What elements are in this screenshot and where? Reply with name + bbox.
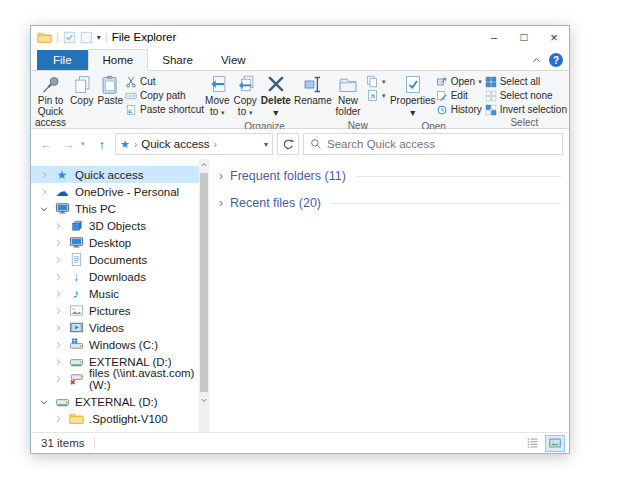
sidebar-item-3d-objects[interactable]: 3D Objects [31, 217, 199, 234]
sidebar-item-windows-c[interactable]: Windows (C:) [31, 336, 199, 353]
chevron-right-icon[interactable] [39, 170, 49, 180]
sidebar-item-documents[interactable]: Documents [31, 251, 199, 268]
minimize-button[interactable]: – [479, 26, 509, 48]
ribbon-group-open: Properties ▾ Open ▾ Edit Histo [388, 71, 480, 128]
chevron-right-icon[interactable] [53, 323, 63, 333]
caret-down-icon: ▾ [382, 92, 386, 100]
sidebar-item-network-drive-w[interactable]: files (\\int.avast.com) (W:) [31, 370, 199, 387]
copy-path-button[interactable]: Copy path [125, 89, 204, 102]
file-explorer-icon [37, 30, 52, 45]
breadcrumb-chevron-icon[interactable]: › [134, 139, 137, 150]
chevron-right-icon[interactable] [53, 357, 63, 367]
chevron-right-icon[interactable] [53, 374, 63, 384]
items-count: 31 items [41, 437, 84, 449]
status-separator [94, 437, 95, 449]
paste-icon [99, 74, 121, 95]
rename-button[interactable]: Rename [293, 73, 333, 108]
chevron-right-icon[interactable] [53, 306, 63, 316]
sidebar-item-videos[interactable]: Videos [31, 319, 199, 336]
navigation-pane: ★ Quick access ☁ OneDrive - Personal Thi… [31, 159, 209, 432]
address-bar[interactable]: ★ › Quick access › ▾ [115, 133, 273, 155]
move-to-button[interactable]: Move to ▾ [203, 73, 231, 119]
pin-to-quick-access-button[interactable]: Pin to Quick access [33, 73, 68, 129]
search-box[interactable] [303, 133, 563, 155]
sidebar-item-this-pc[interactable]: This PC [31, 200, 199, 217]
chevron-right-icon[interactable]: › [219, 169, 223, 183]
help-icon[interactable]: ? [549, 53, 563, 67]
scroll-up-icon[interactable] [199, 159, 209, 171]
easy-access-button[interactable]: ▾ [366, 89, 386, 102]
chevron-right-icon[interactable] [53, 340, 63, 350]
properties-qat-icon[interactable] [63, 31, 76, 44]
history-button[interactable]: History [436, 103, 482, 116]
recent-locations-caret-icon[interactable]: ▾ [81, 140, 89, 148]
scroll-down-icon[interactable] [199, 394, 209, 406]
select-none-button[interactable]: Select none [485, 89, 567, 102]
select-all-icon [485, 76, 497, 88]
breadcrumb-chevron-icon[interactable]: › [214, 139, 217, 150]
customize-qat-caret-icon[interactable]: ▾ [97, 33, 101, 42]
copy-button[interactable]: Copy [68, 73, 95, 108]
tab-share[interactable]: Share [148, 50, 207, 70]
external-drive-icon [55, 394, 70, 409]
refresh-button[interactable] [277, 133, 299, 155]
sidebar-item-external-d-root[interactable]: EXTERNAL (D:) [31, 393, 199, 410]
window-controls: – □ × [479, 26, 569, 48]
chevron-right-icon[interactable] [53, 414, 63, 424]
maximize-button[interactable]: □ [509, 26, 539, 48]
chevron-down-icon[interactable] [39, 397, 49, 407]
open-button[interactable]: Open ▾ [436, 75, 482, 88]
scrollbar-thumb[interactable] [200, 173, 208, 392]
chevron-right-icon[interactable] [39, 187, 49, 197]
up-button[interactable]: ↑ [93, 137, 111, 152]
paste-button[interactable]: Paste [95, 73, 125, 108]
sidebar-item-pictures[interactable]: Pictures [31, 302, 199, 319]
copy-to-button[interactable]: Copy to ▾ [232, 73, 259, 119]
sidebar-item-spotlight-folder[interactable]: .Spotlight-V100 [31, 410, 199, 427]
paste-shortcut-button[interactable]: Paste shortcut [125, 103, 204, 116]
recent-files-group-header[interactable]: › Recent files (20) [219, 196, 561, 210]
chevron-right-icon[interactable] [53, 272, 63, 282]
select-all-button[interactable]: Select all [485, 75, 567, 88]
sidebar-item-onedrive[interactable]: ☁ OneDrive - Personal [31, 183, 199, 200]
sidebar-item-music[interactable]: ♪ Music [31, 285, 199, 302]
tab-file[interactable]: File [37, 50, 88, 70]
new-folder-qat-icon[interactable] [80, 31, 93, 44]
delete-icon [265, 74, 287, 95]
invert-selection-button[interactable]: Invert selection [485, 103, 567, 116]
edit-button[interactable]: Edit [436, 89, 482, 102]
sidebar-item-desktop[interactable]: Desktop [31, 234, 199, 251]
quick-access-star-icon: ★ [120, 138, 130, 151]
details-view-button[interactable] [523, 435, 543, 452]
properties-button[interactable]: Properties ▾ [390, 73, 436, 120]
cut-button[interactable]: Cut [125, 75, 204, 88]
new-folder-icon [337, 74, 359, 95]
easy-access-icon [366, 89, 379, 102]
sidebar-item-quick-access[interactable]: ★ Quick access [31, 166, 199, 183]
chevron-right-icon[interactable] [53, 238, 63, 248]
sidebar-scrollbar[interactable] [199, 159, 209, 432]
thumbnail-view-button[interactable] [545, 435, 565, 452]
delete-button[interactable]: Delete ▾ [259, 73, 293, 120]
chevron-right-icon[interactable] [53, 255, 63, 265]
chevron-down-icon[interactable] [39, 204, 49, 214]
new-folder-button[interactable]: New folder [330, 73, 366, 119]
breadcrumb-path[interactable]: Quick access [141, 138, 209, 150]
frequent-folders-group-header[interactable]: › Frequent folders (11) [219, 169, 561, 183]
search-input[interactable] [327, 138, 556, 150]
close-button[interactable]: × [539, 26, 569, 48]
collapse-ribbon-icon[interactable] [531, 55, 542, 66]
back-button[interactable]: ← [37, 137, 55, 152]
forward-button[interactable]: → [59, 137, 77, 152]
chevron-right-icon[interactable] [53, 289, 63, 299]
chevron-right-icon[interactable] [53, 221, 63, 231]
move-to-icon [206, 74, 228, 95]
tab-view[interactable]: View [207, 50, 260, 70]
computer-icon [55, 201, 70, 216]
new-item-button[interactable]: ▾ [366, 75, 386, 88]
address-dropdown-caret-icon[interactable]: ▾ [264, 140, 268, 149]
group-divider [331, 203, 561, 204]
tab-home[interactable]: Home [88, 49, 149, 71]
sidebar-item-downloads[interactable]: ↓ Downloads [31, 268, 199, 285]
chevron-right-icon[interactable]: › [219, 196, 223, 210]
